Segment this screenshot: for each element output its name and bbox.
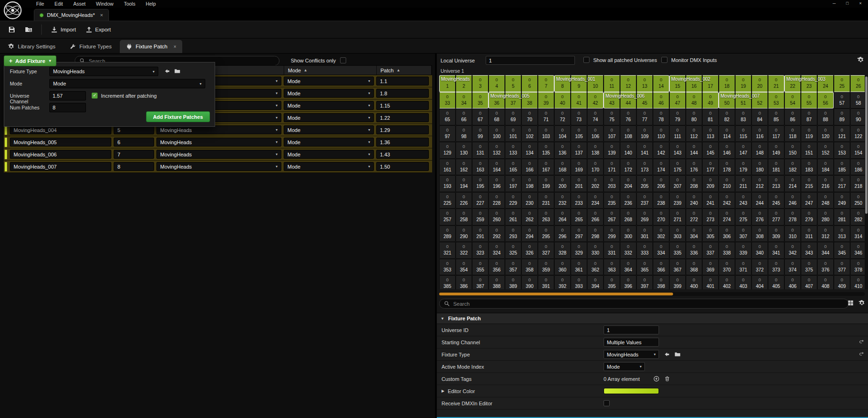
dmx-channel-cell[interactable]: 0359 [538,259,554,276]
dmx-channel-cell[interactable]: 069 [505,108,521,125]
dmx-channel-cell[interactable]: 049 [702,92,719,109]
dmx-channel-cell[interactable]: 021 [768,75,784,92]
patch-cell[interactable]: 1.15 [376,101,429,110]
dmx-channel-cell[interactable]: 0298 [587,225,604,242]
menu-item-file[interactable]: File [31,0,49,8]
dmx-channel-cell[interactable]: 076 [620,108,636,125]
dmx-channel-cell[interactable]: 015MovingHeads_002 [669,75,686,92]
dmx-channel-cell[interactable]: 0250 [850,192,867,209]
dmx-channel-cell[interactable]: 0364 [620,259,636,276]
dmx-channel-cell[interactable]: 08MovingHeads_001 [554,75,571,92]
dmx-channel-cell[interactable]: 0134 [521,142,538,159]
dmx-channel-cell[interactable]: 055 [801,92,817,109]
dmx-channel-cell[interactable]: 0310 [784,225,801,242]
mode-dropdown[interactable]: Mode▾ [284,101,374,110]
dmx-channel-cell[interactable]: 025 [834,75,850,92]
dmx-channel-cell[interactable]: 0170 [587,159,604,176]
dmx-channel-cell[interactable]: 0167 [538,159,554,176]
dmx-channel-cell[interactable]: 0385 [439,275,456,289]
dmx-channel-cell[interactable]: 0185 [834,159,850,176]
import-button[interactable]: Import [46,24,80,36]
dmx-channel-cell[interactable]: 0365 [636,259,653,276]
dmx-channel-cell[interactable]: 0361 [571,259,587,276]
dmx-channel-cell[interactable]: 0268 [620,209,636,225]
dmx-channel-cell[interactable]: 0178 [719,159,735,176]
trash-icon[interactable] [664,376,670,382]
dmx-channel-cell[interactable]: 083 [735,108,752,125]
dmx-channel-cell[interactable]: 0290 [456,225,472,242]
maximize-button[interactable]: □ [841,0,854,7]
fixture-name-cell[interactable]: MovingHeads_007 [10,162,111,171]
mode-dropdown[interactable]: Mode▾ [284,77,374,85]
dmx-channel-cell[interactable]: 0162 [456,159,472,176]
table-row[interactable]: MovingHeads_0078MovingHeads▾Mode▾1.50 [4,161,432,173]
dmx-channel-cell[interactable]: 0132 [488,142,505,159]
dmx-channel-cell[interactable]: 0401 [702,275,719,289]
dmx-channel-cell[interactable]: 0130 [456,142,472,159]
dmx-channel-cell[interactable]: 0144 [686,142,702,159]
dmx-channel-cell[interactable]: 0405 [768,275,784,289]
dmx-channel-cell[interactable]: 0169 [571,159,587,176]
dmx-channel-cell[interactable]: 0325 [505,242,521,259]
dmx-channel-cell[interactable]: 0114 [719,125,735,142]
dmx-channel-cell[interactable]: 081 [702,108,719,125]
dmx-channel-cell[interactable]: 0378 [850,259,867,276]
dmx-channel-cell[interactable]: 0165 [505,159,521,176]
dmx-channel-cell[interactable]: 072 [554,108,571,125]
add-fixture-patches-button[interactable]: Add Fixture Patches [146,111,210,122]
dmx-channel-cell[interactable]: 0293 [505,225,521,242]
dmx-channel-cell[interactable]: 0337 [702,242,719,259]
dmx-channel-cell[interactable]: 01MovingHeads [439,75,456,92]
dmx-channel-cell[interactable]: 0399 [669,275,686,289]
dmx-channel-cell[interactable]: 0409 [834,275,850,289]
dmx-channel-cell[interactable]: 0309 [768,225,784,242]
dmx-channel-cell[interactable]: 0131 [472,142,488,159]
dmx-channel-cell[interactable]: 0209 [702,175,719,192]
dmx-channel-cell[interactable]: 0329 [571,242,587,259]
dmx-channel-cell[interactable]: 0229 [505,192,521,209]
dmx-channel-cell[interactable]: 0182 [784,159,801,176]
dmx-channel-cell[interactable]: 0106 [587,125,604,142]
unreal-engine-logo[interactable] [3,0,23,20]
dmx-channel-cell[interactable]: 0212 [752,175,768,192]
fixture-id-cell[interactable]: 6 [114,138,154,147]
dmx-channel-cell[interactable]: 0232 [554,192,571,209]
dmx-channel-cell[interactable]: 047 [669,92,686,109]
dmx-channel-cell[interactable]: 0261 [505,209,521,225]
dmx-channel-cell[interactable]: 0198 [521,175,538,192]
dmx-channel-cell[interactable]: 0173 [636,159,653,176]
dmx-channel-cell[interactable]: 0368 [686,259,702,276]
dmx-channel-cell[interactable]: 0274 [719,209,735,225]
details-search-input[interactable] [453,301,844,307]
fixture-id-cell[interactable]: 8 [114,162,154,171]
dmx-channel-cell[interactable]: 0175 [669,159,686,176]
dmx-channel-cell[interactable]: 0108 [620,125,636,142]
dmx-channel-cell[interactable]: 0176 [686,159,702,176]
dmx-channel-cell[interactable]: 0334 [653,242,669,259]
dmx-channel-cell[interactable]: 0373 [768,259,784,276]
dmx-channel-cell[interactable]: 0208 [686,175,702,192]
dmx-channel-cell[interactable]: 084 [752,108,768,125]
dmx-channel-cell[interactable]: 0111 [669,125,686,142]
dmx-channel-cell[interactable]: 0121 [834,125,850,142]
dmx-channel-cell[interactable]: 0344 [817,242,834,259]
dmx-channel-cell[interactable]: 0291 [472,225,488,242]
tab-library-settings[interactable]: Library Settings [2,40,62,53]
show-all-universes-checkbox[interactable] [583,57,589,63]
dmx-channel-cell[interactable]: 0148 [752,142,768,159]
dmx-channel-cell[interactable]: 070 [521,108,538,125]
dmx-channel-cell[interactable]: 0243 [735,192,752,209]
dmx-channel-cell[interactable]: 0122 [850,125,867,142]
dmx-channel-cell[interactable]: 0265 [571,209,587,225]
dmx-channel-cell[interactable]: 0271 [669,209,686,225]
dmx-channel-cell[interactable]: 065 [439,108,456,125]
dmx-channel-cell[interactable]: 0301 [636,225,653,242]
asset-tab-dmx-movingheads[interactable]: DMX_MovingHeads* × [34,9,109,21]
scrollbar-thumb[interactable] [865,77,868,214]
dmx-channel-cell[interactable]: 0139 [604,142,620,159]
dmx-channel-cell[interactable]: 0302 [653,225,669,242]
dmx-channel-cell[interactable]: 0143 [669,142,686,159]
menu-item-edit[interactable]: Edit [49,0,68,8]
tab-fixture-patch[interactable]: Fixture Patch × [120,40,183,53]
dmx-channel-cell[interactable]: 0193 [439,175,456,192]
